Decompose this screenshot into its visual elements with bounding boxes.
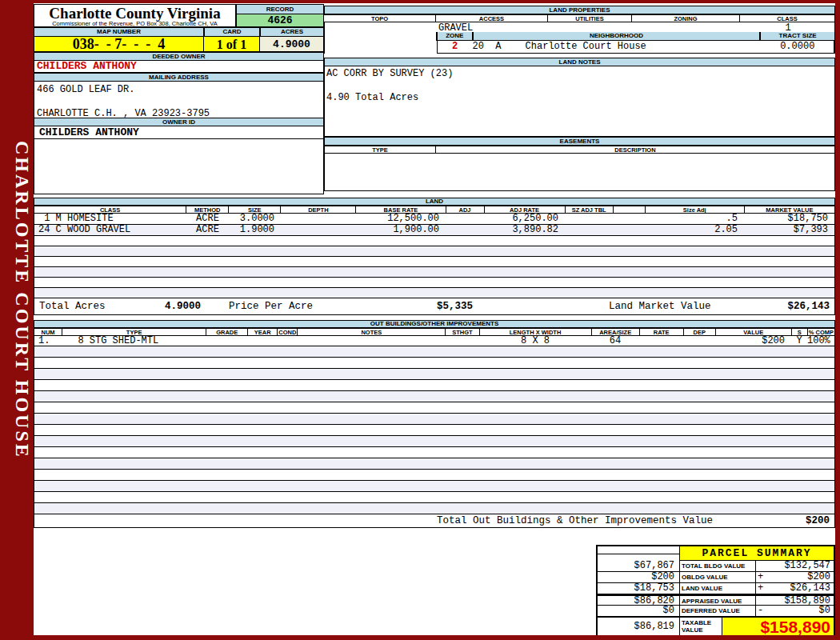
out-buildings-empty-row-cell [479, 380, 591, 390]
summary-label: DEFERRED VALUE [680, 606, 756, 616]
out-buildings-empty-row-cell [446, 470, 479, 480]
out-buildings-total-label: Total Out Buildings & Other Improvements… [437, 514, 713, 527]
out-buildings-empty-row-cell [807, 414, 834, 424]
out-buildings-empty-row-cell [446, 492, 479, 502]
land-empty-row-cell [484, 267, 565, 277]
out-buildings-empty-row-cell [248, 447, 278, 458]
out-buildings-empty-row-cell [791, 402, 807, 413]
out-buildings-row-cell: Y [791, 336, 807, 346]
out-buildings-empty-row-cell [791, 425, 807, 435]
out-buildings-empty-row [34, 380, 835, 391]
land-empty-row-cell [281, 267, 356, 277]
out-buildings-empty-row-cell [591, 402, 639, 413]
out-buildings-empty-row-cell [479, 414, 591, 424]
land-col-header: METHOD [186, 206, 229, 214]
out-buildings-empty-row-cell [715, 425, 791, 435]
land-col-header: ADJ [446, 206, 485, 214]
out-buildings-empty-row-cell [683, 391, 715, 402]
out-buildings-empty-row-cell [298, 436, 446, 446]
land-properties-col-header: ZONING [632, 14, 740, 22]
out-buildings-empty-row-cell [248, 402, 278, 413]
out-buildings-empty-row-cell [34, 402, 62, 413]
out-buildings-empty-row-cell [807, 503, 834, 514]
land-empty-row-cell [229, 246, 281, 256]
land-properties-col-header: UTILITIES [548, 14, 632, 22]
out-buildings-empty-row-cell [639, 436, 683, 446]
summary-operator-sign: + [758, 572, 763, 582]
out-buildings-empty-row-cell [683, 346, 715, 357]
out-buildings-empty-row-cell [479, 402, 591, 413]
out-buildings-empty-row-cell [278, 369, 298, 379]
out-buildings-empty-row [34, 447, 835, 458]
easements-title: EASEMENTS [324, 137, 835, 146]
land-empty-row-cell [613, 278, 645, 287]
out-buildings-empty-row-cell [34, 380, 62, 390]
out-buildings-row-cell [446, 336, 479, 346]
out-buildings-empty-row-cell [248, 436, 278, 446]
county-title: Charlotte County Virginia [34, 6, 235, 21]
land-empty-row-cell [565, 267, 613, 277]
land-empty-row-cell [186, 246, 229, 256]
out-buildings-empty-row-cell [683, 492, 715, 502]
out-buildings-empty-row-cell [248, 492, 278, 502]
land-empty-row-cell [186, 267, 229, 277]
total-acres-value: 4.9000 [165, 298, 201, 315]
land-empty-row-cell [613, 288, 645, 298]
zone-value-row: 2 20 ACharlotte Court House 0.0000 [324, 41, 835, 54]
land-empty-row-cell [356, 278, 446, 287]
summary-left-value: $67,867 [598, 561, 680, 571]
out-buildings-col-header: TYPE [62, 328, 206, 336]
land-empty-row-cell [484, 257, 565, 266]
easements-header-row: TYPE DESCRIPTION [324, 146, 835, 154]
out-buildings-col-header: RATE [640, 328, 684, 336]
out-buildings-empty-row [34, 414, 835, 425]
out-buildings-empty-row [34, 436, 835, 447]
out-buildings-empty-row-cell [591, 414, 639, 424]
neighborhood-value: 20 ACharlotte Court House [473, 41, 762, 53]
land-row-cell [565, 214, 613, 224]
out-buildings-empty-row-cell [807, 492, 834, 502]
land-properties-col-header: TOPO [324, 14, 436, 22]
out-buildings-empty-row-cell [639, 458, 683, 469]
out-buildings-col-header: COND [278, 328, 298, 336]
land-empty-row [34, 246, 835, 257]
land-col-header: SIZE [229, 206, 281, 214]
out-buildings-empty-row-cell [248, 503, 278, 514]
out-buildings-row-cell: 8 X 8 [479, 336, 591, 346]
land-table-body: 1 M HOMESITEACRE3.000012,500.006,250.00.… [34, 214, 835, 298]
out-buildings-empty-row-cell [278, 358, 298, 368]
out-buildings-empty-row-cell [479, 391, 591, 402]
out-buildings-empty-row-cell [206, 470, 248, 480]
land-empty-row-cell [484, 236, 565, 246]
out-buildings-empty-row-cell [683, 436, 715, 446]
out-buildings-empty-row-cell [791, 458, 807, 469]
out-buildings-empty-row-cell [278, 481, 298, 491]
acres-value: 4.9000 [260, 37, 324, 51]
out-buildings-empty-row-cell [278, 492, 298, 502]
out-buildings-empty-row-cell [479, 436, 591, 446]
out-buildings-empty-row-cell [62, 436, 206, 446]
out-buildings-empty-row-cell [248, 369, 278, 379]
out-buildings-col-header: DEP [684, 328, 716, 336]
out-buildings-empty-row-cell [34, 414, 62, 424]
out-buildings-empty-row-cell [639, 414, 683, 424]
out-buildings-empty-row [34, 470, 835, 481]
summary-operator-sign: - [758, 606, 763, 616]
land-row-cell [446, 225, 484, 235]
land-row-cell: $18,750 [744, 214, 834, 224]
out-buildings-empty-row-cell [807, 391, 834, 402]
parcel-summary-row: $0DEFERRED VALUE-$0 [598, 606, 834, 617]
land-row-cell: 1,900.00 [356, 225, 446, 235]
land-properties-block: LAND PROPERTIES TOPOACCESSUTILITIESZONIN… [324, 6, 835, 191]
out-buildings-empty-row-cell [479, 503, 591, 514]
parcel-summary-row: $67,867TOTAL BLDG VALUE$132,547 [598, 561, 834, 572]
out-buildings-empty-row-cell [206, 380, 248, 390]
out-buildings-empty-row-cell [446, 458, 479, 469]
acres-label: ACRES [260, 27, 324, 37]
land-empty-row-cell [744, 267, 834, 277]
land-note-line-1: AC CORR BY SURVEY (23) [326, 68, 834, 79]
owner-id-value: CHILDERS ANTHONY [34, 126, 324, 139]
out-buildings-empty-row-cell [791, 470, 807, 480]
out-buildings-empty-row-cell [446, 436, 479, 446]
out-buildings-empty-row [34, 503, 835, 514]
